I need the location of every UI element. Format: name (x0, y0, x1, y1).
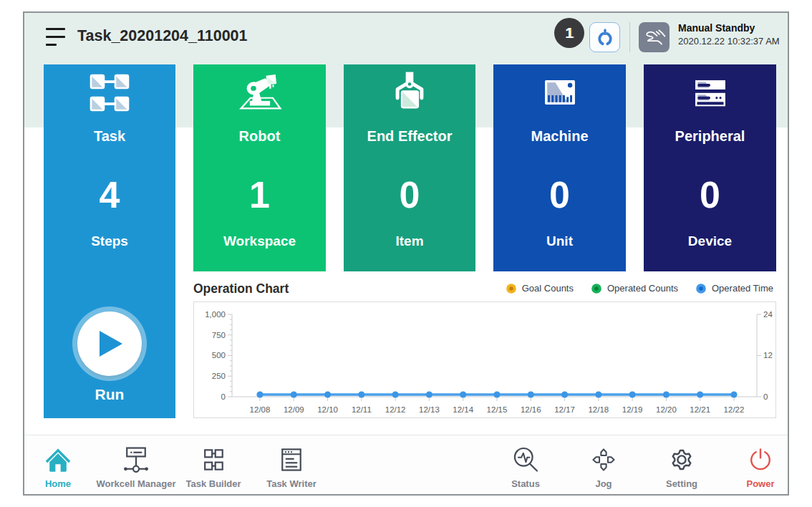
notification-badge[interactable]: 1 (554, 18, 584, 48)
servo-reset-button[interactable] (589, 22, 620, 52)
x-axis-label: 12/21 (690, 405, 710, 414)
x-axis-label: 12/15 (487, 405, 508, 414)
bottom-nav: Home Workcell Manager (24, 435, 788, 494)
card-unit: Device (644, 233, 776, 249)
x-axis-label: 12/22 (724, 405, 745, 414)
card-unit: Steps (44, 233, 175, 249)
legend-label: Operated Counts (607, 283, 678, 294)
nav-label: Task Writer (245, 478, 338, 489)
card-value: 1 (193, 173, 326, 216)
operation-chart: 02505007501,0000122412/0812/0912/1012/11… (193, 301, 776, 418)
end-effector-icon (344, 71, 475, 114)
robot-mode-label: Manual Standby (678, 21, 780, 34)
robot-status-block: Manual Standby 2020.12.22 10:32:37 AM (678, 21, 780, 48)
data-point (595, 391, 601, 397)
peripheral-icon (644, 71, 776, 114)
card-value: 4 (44, 173, 175, 216)
data-point (528, 391, 534, 397)
robot-icon (193, 71, 326, 114)
legend-dot-icon (506, 284, 516, 294)
header-divider (629, 22, 630, 52)
card-unit: Workspace (193, 233, 326, 249)
menu-hamburger-icon[interactable] (46, 27, 65, 45)
card-peripheral[interactable]: Peripheral 0 Device (644, 64, 776, 271)
power-icon (714, 444, 807, 475)
legend-label: Goal Counts (522, 283, 574, 294)
x-axis-label: 12/08 (250, 405, 271, 414)
x-axis-label: 12/12 (385, 405, 406, 414)
robot-mode-box[interactable] (639, 22, 670, 52)
task-icon (44, 71, 175, 114)
x-axis-label: 12/19 (622, 405, 643, 414)
y-axis-left-label: 750 (212, 331, 226, 339)
run-label: Run (44, 386, 175, 403)
legend-dot-icon (591, 284, 601, 294)
chart-legend: Goal CountsOperated CountsOperated Time (506, 283, 773, 294)
y-axis-right-label: 24 (763, 310, 773, 319)
y-axis-right-label: 12 (763, 351, 773, 359)
card-value: 0 (344, 173, 475, 216)
card-machine[interactable]: Machine 0 Unit (493, 64, 626, 271)
x-axis-label: 12/17 (554, 405, 575, 414)
x-axis-label: 12/20 (656, 405, 677, 414)
x-axis-label: 12/10 (317, 405, 338, 414)
legend-item[interactable]: Operated Counts (591, 283, 678, 294)
data-point (291, 391, 297, 397)
legend-item[interactable]: Goal Counts (506, 283, 574, 294)
legend-label: Operated Time (712, 283, 773, 294)
nav-power[interactable]: Power (714, 435, 807, 494)
card-end-effector[interactable]: End Effector 0 Item (344, 64, 475, 271)
data-point (324, 391, 331, 397)
card-robot[interactable]: Robot 1 Workspace (193, 64, 326, 271)
task-writer-icon (245, 444, 338, 475)
data-point (256, 391, 263, 397)
legend-dot-icon (696, 284, 706, 294)
x-axis-label: 12/16 (521, 405, 541, 414)
data-point (629, 391, 636, 397)
x-axis-label: 12/11 (352, 405, 372, 414)
page-title: Task_20201204_110001 (77, 27, 248, 45)
header-timestamp: 2020.12.22 10:32:37 AM (678, 34, 780, 48)
data-point (697, 391, 703, 397)
play-icon (95, 328, 124, 359)
card-value: 0 (644, 173, 776, 216)
run-button[interactable] (77, 312, 142, 376)
card-unit: Unit (493, 233, 626, 249)
chart-title: Operation Chart (193, 281, 289, 296)
data-point (730, 391, 737, 397)
data-point (460, 391, 466, 397)
card-unit: Item (344, 233, 475, 249)
data-point (392, 391, 399, 397)
card-value: 0 (493, 173, 626, 216)
y-axis-left-label: 0 (221, 392, 226, 401)
nav-task-writer[interactable]: Task Writer (245, 435, 338, 494)
legend-item[interactable]: Operated Time (696, 283, 773, 294)
card-title: End Effector (344, 128, 475, 145)
nav-label: Power (714, 478, 807, 489)
card-title: Machine (493, 128, 626, 145)
machine-icon (493, 71, 626, 114)
y-axis-left-label: 500 (212, 351, 226, 359)
app-window: Task_20201204_110001 1 Manual Standby 20… (23, 11, 789, 496)
y-axis-left-label: 1,000 (205, 310, 226, 319)
data-point (493, 391, 500, 397)
chart-canvas: 02505007501,0000122412/0812/0912/1012/11… (194, 302, 777, 419)
x-axis-label: 12/14 (453, 405, 473, 414)
x-axis-label: 12/13 (419, 405, 440, 414)
data-point (358, 391, 364, 397)
card-title: Robot (193, 128, 326, 145)
data-point (561, 391, 568, 397)
x-axis-label: 12/09 (284, 405, 304, 414)
data-point (663, 391, 670, 397)
card-task[interactable]: Task 4 Steps Run (44, 64, 175, 418)
card-title: Task (44, 128, 175, 145)
gripper-reset-icon (593, 25, 617, 49)
y-axis-right-label: 0 (763, 392, 768, 401)
data-point (426, 391, 432, 397)
y-axis-left-label: 250 (212, 372, 226, 380)
card-title: Peripheral (644, 128, 776, 145)
manual-hand-icon (642, 25, 667, 50)
x-axis-label: 12/18 (588, 405, 609, 414)
